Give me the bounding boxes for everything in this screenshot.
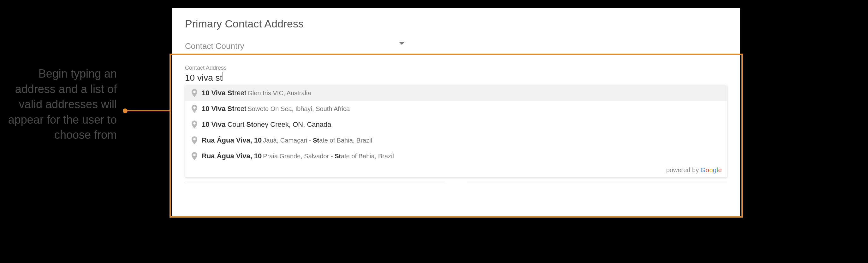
autocomplete-item[interactable]: 10 Viva Court Stoney Creek, ON, Canada [185, 117, 727, 132]
google-logo: Google [701, 166, 722, 173]
contact-address-input[interactable]: 10 viva st [185, 72, 727, 85]
autocomplete-item[interactable]: 10 Viva StreetGlen Iris VIC, Australia [185, 85, 727, 101]
contact-address-field: Contact Address 10 viva st 10 Viva Stree… [185, 65, 727, 85]
annotation-text: Begin typing an address and a list of va… [0, 66, 126, 143]
map-pin-icon [192, 89, 197, 97]
chevron-down-icon [399, 42, 405, 45]
map-pin-icon [192, 136, 197, 144]
panel-title: Primary Contact Address [185, 18, 727, 30]
map-pin-icon [192, 152, 197, 160]
autocomplete-item-text: Rua Água Viva, 10Jauá, Camaçari - State … [202, 136, 372, 144]
svg-point-4 [193, 154, 196, 156]
contact-country-placeholder: Contact Country [185, 39, 406, 54]
autocomplete-item-text: 10 Viva StreetSoweto On Sea, Ibhayi, Sou… [202, 105, 350, 113]
autocomplete-item[interactable]: Rua Água Viva, 10Praia Grande, Salvador … [185, 148, 727, 164]
svg-point-1 [193, 107, 196, 109]
svg-point-3 [193, 138, 196, 141]
svg-point-2 [193, 122, 196, 125]
text-cursor [222, 72, 223, 81]
attribution-prefix: powered by [666, 166, 701, 173]
address-form-panel: Primary Contact Address Contact Country … [172, 8, 740, 218]
address-autocomplete-dropdown: 10 Viva StreetGlen Iris VIC, Australia10… [185, 85, 727, 177]
autocomplete-item-text: Rua Água Viva, 10Praia Grande, Salvador … [202, 152, 394, 160]
contact-address-label: Contact Address [185, 65, 727, 71]
autocomplete-item[interactable]: 10 Viva StreetSoweto On Sea, Ibhayi, Sou… [185, 101, 727, 117]
contact-address-value: 10 viva st [185, 72, 222, 85]
autocomplete-attribution: powered by Google [185, 164, 727, 177]
callout-line [126, 110, 170, 111]
contact-country-field[interactable]: Contact Country [185, 39, 406, 54]
autocomplete-item[interactable]: Rua Água Viva, 10Jauá, Camaçari - State … [185, 132, 727, 148]
svg-point-0 [193, 91, 196, 93]
autocomplete-item-text: 10 Viva Court Stoney Creek, ON, Canada [202, 121, 332, 129]
map-pin-icon [192, 121, 197, 129]
map-pin-icon [192, 105, 197, 113]
autocomplete-item-text: 10 Viva StreetGlen Iris VIC, Australia [202, 89, 311, 97]
